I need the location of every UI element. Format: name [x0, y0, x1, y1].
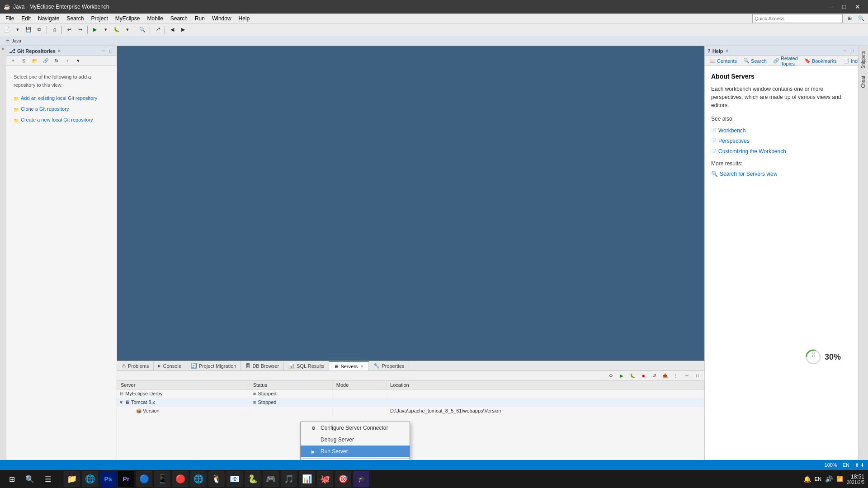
tab-project-migration[interactable]: 🔄 Project Migration	[186, 361, 241, 371]
menu-file[interactable]: File	[2, 14, 18, 23]
taskbar-app-mobile[interactable]: 📱	[154, 471, 170, 487]
left-strip-icon[interactable]: ≡	[0, 46, 6, 52]
servers-stop-btn[interactable]: ■	[638, 371, 648, 381]
help-tab-search[interactable]: 🔍 Search	[741, 57, 769, 65]
help-tab-related[interactable]: 🔗 Related Topics	[770, 55, 801, 67]
redo-button[interactable]: ↪	[75, 25, 85, 35]
taskbar-app-music[interactable]: 🎵	[281, 471, 297, 487]
workbench-layout-button[interactable]: ⊞	[844, 14, 854, 23]
help-tab-bookmarks[interactable]: 🔖 Bookmarks	[802, 57, 840, 65]
tab-properties[interactable]: 🔧 Properties	[369, 361, 409, 371]
debug-dropdown[interactable]: ▾	[123, 25, 132, 35]
git-clone-btn[interactable]: ⎘	[19, 56, 29, 66]
menu-search[interactable]: Search	[63, 14, 87, 23]
git-clone-link[interactable]: 📁 Clone a Git repository	[14, 105, 109, 113]
git-collapse-btn[interactable]: ↑	[62, 56, 72, 66]
taskbar-app-linux[interactable]: 🐧	[208, 471, 225, 487]
clock[interactable]: 18:51 2021/2/5	[847, 474, 864, 485]
maximize-button[interactable]: □	[837, 0, 851, 14]
servers-start-btn[interactable]: ▶	[617, 371, 627, 381]
servers-minimize[interactable]: ─	[682, 371, 692, 381]
ctx-restart-server[interactable]: Restart Server	[301, 460, 410, 460]
taskbar-app-red[interactable]: 🔴	[172, 471, 189, 487]
taskbar-network[interactable]: 📶	[836, 476, 843, 482]
git-add-repo-btn[interactable]: +	[8, 56, 18, 66]
help-search-servers-link[interactable]: 🔍 Search for Servers view	[711, 170, 852, 178]
menu-window[interactable]: Window	[208, 14, 235, 23]
menu-myeclipse[interactable]: MyEclipse	[112, 14, 144, 23]
menu-edit[interactable]: Edit	[18, 14, 34, 23]
back-button[interactable]: ◀	[167, 25, 177, 35]
print-button[interactable]: 🖨	[49, 25, 59, 35]
run-dropdown[interactable]: ▾	[101, 25, 111, 35]
search-button[interactable]: 🔍	[137, 25, 147, 35]
quick-access-input[interactable]	[752, 14, 843, 23]
taskbar-app-target[interactable]: 🎯	[335, 471, 351, 487]
save-all-button[interactable]: ⧉	[34, 25, 44, 35]
help-panel-maximize[interactable]: □	[849, 48, 855, 54]
git-panel-maximize[interactable]: □	[108, 48, 114, 54]
menu-search2[interactable]: Search	[167, 14, 191, 23]
tab-problems[interactable]: ⚠ Problems	[117, 361, 154, 371]
table-row[interactable]: 🖥 MyEclipse Derby ■ Stopped	[117, 389, 704, 398]
close-button[interactable]: ✕	[851, 0, 864, 14]
git-refresh-btn[interactable]: ↻	[52, 56, 61, 66]
menu-run[interactable]: Run	[191, 14, 208, 23]
editor-area[interactable]	[117, 46, 704, 361]
tab-sql-results[interactable]: 📊 SQL Results	[284, 361, 329, 371]
git-link-btn[interactable]: 🔗	[41, 56, 51, 66]
servers-maximize[interactable]: □	[693, 371, 703, 381]
taskbar-app-pr[interactable]: Pr	[118, 471, 134, 487]
servers-menu-btn[interactable]: ⋮	[671, 371, 681, 381]
debug-button[interactable]: 🐛	[112, 25, 122, 35]
view-menu-button[interactable]: 🔍	[856, 14, 866, 23]
new-dropdown[interactable]: ▾	[13, 25, 23, 35]
servers-restart-btn[interactable]: ↺	[649, 371, 659, 381]
taskbar-app-eclipse[interactable]: 🎓	[353, 471, 369, 487]
save-button[interactable]: 💾	[24, 25, 33, 35]
menu-mobile[interactable]: Mobile	[143, 14, 166, 23]
git-panel-minimize[interactable]: ─	[100, 48, 107, 54]
tab-console[interactable]: ▸ Console	[154, 361, 186, 371]
taskbar-app-python[interactable]: 🐍	[245, 471, 261, 487]
taskbar-volume[interactable]: 🔊	[825, 475, 833, 483]
table-row[interactable]: 📦 Version D:\Java\apache_tomcat_8_5_61\w…	[117, 407, 704, 415]
start-button[interactable]: ⊞	[4, 471, 20, 487]
help-tab-contents[interactable]: 📖 Contents	[707, 57, 740, 65]
undo-button[interactable]: ↩	[64, 25, 74, 35]
taskbar-app-explorer[interactable]: 📁	[64, 471, 80, 487]
git-create-btn[interactable]: 📂	[30, 56, 40, 66]
taskbar-notification-icon[interactable]: 🔔	[803, 475, 811, 483]
menu-navigate[interactable]: Navigate	[34, 14, 63, 23]
menu-project[interactable]: Project	[87, 14, 111, 23]
ctx-run-server[interactable]: ▶ Run Server	[301, 446, 410, 457]
task-view-button[interactable]: ☰	[40, 471, 56, 487]
help-link-perspectives[interactable]: 📄 Perspectives	[711, 137, 852, 145]
git-add-existing-link[interactable]: 📁 Add an existing local Git repository	[14, 94, 109, 103]
tomcat-expand-icon[interactable]: ▼	[119, 400, 123, 405]
side-tab-snippets[interactable]: Snippets	[859, 48, 868, 72]
taskbar-app-data[interactable]: 📊	[299, 471, 315, 487]
git-button[interactable]: ⎇	[152, 25, 162, 35]
tab-servers[interactable]: 🖥 Servers ✕	[329, 361, 369, 371]
side-tab-cheat[interactable]: Cheat	[859, 73, 868, 91]
taskbar-app-edge[interactable]: 🌐	[82, 471, 98, 487]
taskbar-app-onenote[interactable]: 🔵	[136, 471, 152, 487]
java-perspective[interactable]: ☕ Java	[2, 36, 24, 46]
new-button[interactable]: 📄	[2, 25, 12, 35]
run-button[interactable]: ▶	[90, 25, 100, 35]
help-link-workbench[interactable]: 📄 Workbench	[711, 127, 852, 135]
git-filter-btn[interactable]: ▼	[73, 56, 83, 66]
servers-debug-btn[interactable]: 🐛	[627, 371, 637, 381]
table-row[interactable]: ▼ 🖥 Tomcat 8.x ■ Stopped	[117, 398, 704, 407]
taskbar-app-gaming[interactable]: 🎮	[263, 471, 279, 487]
taskbar-app-email[interactable]: 📧	[226, 471, 243, 487]
ctx-debug-server[interactable]: Debug Server	[301, 434, 410, 446]
taskbar-app-chrome[interactable]: 🌐	[190, 471, 207, 487]
help-link-customizing[interactable]: 📄 Customizing the Workbench	[711, 147, 852, 156]
menu-help[interactable]: Help	[235, 14, 254, 23]
git-create-link[interactable]: 📁 Create a new local Git repository	[14, 116, 109, 124]
servers-new-btn[interactable]: ⚙	[606, 371, 616, 381]
help-panel-minimize[interactable]: ─	[842, 48, 848, 54]
minimize-button[interactable]: ─	[824, 0, 837, 14]
